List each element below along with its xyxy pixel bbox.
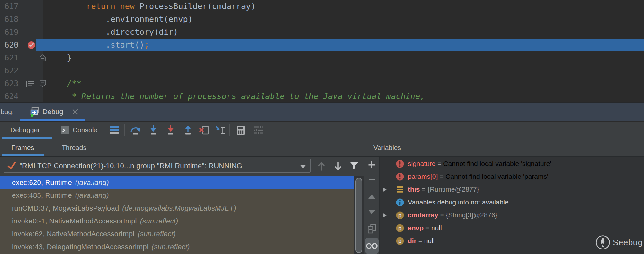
code-text[interactable]: .start(); xyxy=(48,39,644,51)
fold-marker-icon[interactable] xyxy=(39,80,46,89)
frame-package: (java.lang) xyxy=(75,191,109,199)
svg-text:p: p xyxy=(398,225,401,231)
breakpoint-icon[interactable] xyxy=(27,41,36,51)
variable-value: {String[3]@2876} xyxy=(446,211,497,219)
frames-toolbar: "RMI TCP Connection(21)-10.10...n group … xyxy=(0,157,364,176)
frame-row[interactable]: invoke:43, DelegatingMethodAccessorImpl(… xyxy=(0,240,354,253)
line-number[interactable]: 621 xyxy=(4,51,27,64)
info-icon xyxy=(396,198,404,207)
svg-text:p: p xyxy=(398,212,401,219)
tab-frames-label: Frames xyxy=(11,139,34,156)
variable-text: Variables debug info not available xyxy=(408,196,509,209)
variable-value: Cannot find local variable 'signature' xyxy=(443,160,551,167)
thread-selector-value: "RMI TCP Connection(21)-10.10...n group … xyxy=(20,159,296,172)
line-number[interactable]: 624 xyxy=(4,90,27,102)
close-icon[interactable] xyxy=(71,108,79,116)
thread-running-check-icon xyxy=(7,161,16,170)
panel-divider xyxy=(357,139,357,156)
frame-row[interactable]: exec:620, Runtime(java.lang) xyxy=(0,176,354,189)
variable-name: signature xyxy=(408,160,435,167)
error-icon xyxy=(396,159,404,168)
remove-watch-button[interactable] xyxy=(367,175,376,185)
code-text[interactable]: * Returns the number of processors avail… xyxy=(48,90,644,102)
frame-package: (sun.reflect) xyxy=(152,243,190,251)
variable-row[interactable]: this = {Runtime@2877} xyxy=(380,183,644,196)
line-number[interactable]: 617 xyxy=(4,0,27,13)
editor-line: 621 } xyxy=(0,51,644,64)
code-text[interactable]: } xyxy=(48,51,644,64)
variable-text: signature = Cannot find local variable '… xyxy=(408,157,551,170)
debug-toolwindow-header: bug: Debug xyxy=(0,102,644,121)
debugger-settings-icon[interactable] xyxy=(253,125,264,135)
code-text[interactable]: .directory(dir) xyxy=(48,26,644,39)
variable-row[interactable]: signature = Cannot find local variable '… xyxy=(380,157,644,170)
line-number[interactable]: 618 xyxy=(4,13,27,26)
variable-row[interactable]: Variables debug info not available xyxy=(380,196,644,209)
scrollbar-thumb[interactable] xyxy=(355,178,362,253)
expand-arrow-icon[interactable] xyxy=(382,213,387,218)
active-tab-underline xyxy=(20,119,85,121)
frame-row[interactable]: exec:485, Runtime(java.lang) xyxy=(0,189,354,202)
expand-arrow-icon[interactable] xyxy=(382,187,387,193)
line-number[interactable]: 622 xyxy=(4,64,27,77)
next-frame-button[interactable] xyxy=(334,161,342,171)
evaluate-expression-icon[interactable] xyxy=(236,125,247,135)
frame-location: runCMD:37, MogwaiLabsPayload xyxy=(12,204,119,212)
svg-text:p: p xyxy=(398,238,401,244)
error-icon xyxy=(396,172,404,181)
seebug-label: Seebug xyxy=(613,234,643,250)
tab-frames[interactable]: Frames xyxy=(0,139,48,156)
move-watch-down-button[interactable] xyxy=(368,209,376,216)
tab-debug[interactable]: Debug xyxy=(20,103,85,121)
fold-marker-icon[interactable] xyxy=(39,54,46,63)
force-step-into-icon[interactable] xyxy=(165,125,176,135)
equals-sign: = xyxy=(416,237,424,244)
move-watch-up-button[interactable] xyxy=(368,194,376,201)
code-text[interactable]: return new ProcessBuilder(cmdarray) xyxy=(48,0,644,13)
drop-frame-icon[interactable] xyxy=(199,125,210,135)
duplicate-watch-button[interactable] xyxy=(367,224,376,235)
debug-toolbar: Debugger Console xyxy=(0,121,644,139)
variable-text: dir = null xyxy=(408,234,434,247)
step-into-icon[interactable] xyxy=(148,125,159,135)
variable-row[interactable]: penvp = null xyxy=(380,222,644,234)
tab-debugger[interactable]: Debugger xyxy=(0,122,52,139)
code-text[interactable]: .environment(envp) xyxy=(48,13,644,26)
show-watches-button[interactable] xyxy=(365,238,379,254)
frames-scrollbar[interactable] xyxy=(354,176,364,254)
tab-threads-label: Threads xyxy=(62,139,86,156)
debugger-content: "RMI TCP Connection(21)-10.10...n group … xyxy=(0,157,644,254)
step-over-icon[interactable] xyxy=(130,125,141,135)
gutter-marker-icon[interactable] xyxy=(25,80,34,89)
step-out-icon[interactable] xyxy=(183,125,193,135)
code-editor[interactable]: 617 return new ProcessBuilder(cmdarray)6… xyxy=(0,0,644,102)
frames-list: exec:620, Runtime(java.lang)exec:485, Ru… xyxy=(0,176,354,254)
tab-debugger-label: Debugger xyxy=(10,122,40,138)
add-watch-button[interactable] xyxy=(367,160,376,170)
frame-row[interactable]: invoke:62, NativeMethodAccessorImpl(sun.… xyxy=(0,228,354,240)
restore-layout-icon[interactable] xyxy=(109,125,120,135)
line-number[interactable]: 623 xyxy=(4,77,27,90)
equals-sign: = xyxy=(435,160,443,167)
show-watches-icon xyxy=(366,242,378,251)
chevron-down-icon xyxy=(300,164,306,168)
hide-library-frames-filter-button[interactable] xyxy=(350,161,359,170)
tab-console[interactable]: Console xyxy=(58,122,103,139)
frame-location: exec:620, Runtime xyxy=(12,178,72,186)
frame-row[interactable]: invoke0:-1, NativeMethodAccessorImpl(sun… xyxy=(0,215,354,228)
frame-package: (sun.reflect) xyxy=(140,217,178,225)
line-number[interactable]: 620 xyxy=(4,39,27,51)
variable-row[interactable]: params[0] = Cannot find local variable '… xyxy=(380,170,644,183)
code-text[interactable]: /** xyxy=(48,77,644,90)
frame-row[interactable]: runCMD:37, MogwaiLabsPayload(de.mogwaila… xyxy=(0,202,354,215)
run-to-cursor-icon[interactable] xyxy=(215,125,226,135)
toolbar-separator xyxy=(229,124,230,136)
editor-line: 619 .directory(dir) xyxy=(0,26,644,39)
tab-threads[interactable]: Threads xyxy=(57,139,99,156)
line-number[interactable]: 619 xyxy=(4,26,27,39)
previous-frame-button[interactable] xyxy=(318,161,325,171)
equals-sign: = xyxy=(424,224,431,231)
active-tab-underline xyxy=(2,154,44,156)
variable-row[interactable]: pcmdarray = {String[3]@2876} xyxy=(380,209,644,222)
thread-selector-dropdown[interactable]: "RMI TCP Connection(21)-10.10...n group … xyxy=(4,159,311,173)
